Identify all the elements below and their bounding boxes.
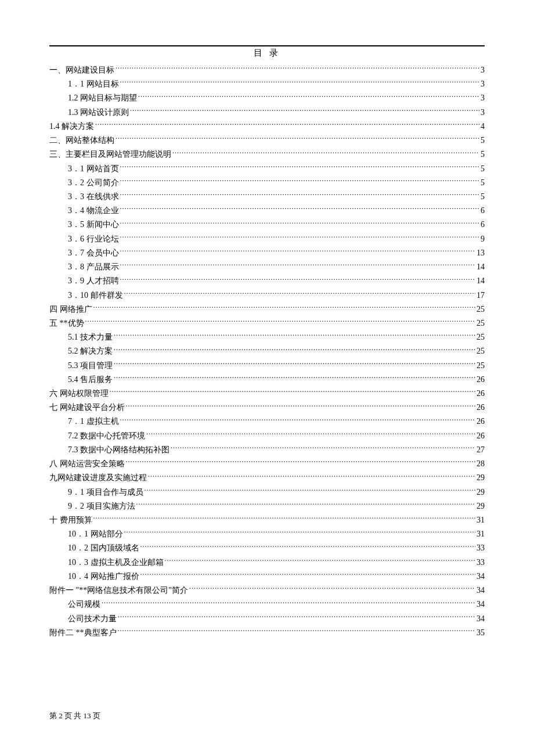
toc-leader-dots xyxy=(120,163,480,171)
toc-entry-page: 25 xyxy=(477,330,485,344)
toc-entry-page: 4 xyxy=(481,120,485,134)
toc-entry: 1.2 网站目标与期望3 xyxy=(49,91,485,105)
toc-entry-page: 34 xyxy=(477,612,485,626)
toc-entry-label: 3．8 产品展示 xyxy=(68,260,119,274)
toc-entry-label: 3．6 行业论坛 xyxy=(68,232,119,246)
toc-leader-dots xyxy=(165,557,476,565)
toc-entry-label: 公司技术力量 xyxy=(68,612,117,626)
toc-entry: 7.2 数据中心托管环境26 xyxy=(49,429,485,443)
toc-entry-label: 10．3 虚拟主机及企业邮箱 xyxy=(68,556,164,570)
toc-leader-dots xyxy=(138,92,479,100)
toc-entry-page: 13 xyxy=(477,246,485,260)
toc-leader-dots xyxy=(189,585,475,593)
toc-leader-dots xyxy=(120,233,480,242)
toc-entry-label: 5.2 解决方案 xyxy=(68,344,113,358)
top-border xyxy=(49,45,485,46)
toc-entry-label: 5.4 售后服务 xyxy=(68,373,113,387)
toc-entry: 10．2 国内顶级域名33 xyxy=(49,541,485,555)
toc-entry-label: 六 网站权限管理 xyxy=(49,387,109,401)
toc-leader-dots xyxy=(146,430,475,438)
toc-leader-dots xyxy=(171,444,475,452)
toc-entry-page: 25 xyxy=(477,303,485,316)
toc-entry: 附件二 **典型客户35 xyxy=(49,626,485,640)
toc-leader-dots xyxy=(148,472,475,480)
toc-entry-page: 34 xyxy=(477,584,485,597)
toc-entry: 3．6 行业论坛9 xyxy=(49,232,485,246)
toc-entry-label: 5.3 项目管理 xyxy=(68,359,113,373)
page-footer: 第 2 页 共 13 页 xyxy=(49,711,100,721)
toc-entry-label: 9．1 项目合作与成员 xyxy=(68,485,143,499)
toc-entry-page: 25 xyxy=(477,316,485,330)
toc-leader-dots xyxy=(120,78,480,87)
toc-entry: 5.3 项目管理25 xyxy=(49,359,485,373)
toc-entry-label: 九网站建设进度及实施过程 xyxy=(49,471,147,485)
toc-entry-label: 附件一 "**网络信息技术有限公司"简介 xyxy=(49,584,188,597)
toc-entry: 9．2 项目实施方法29 xyxy=(49,499,485,513)
toc-entry-page: 3 xyxy=(481,106,485,120)
toc-entry-page: 25 xyxy=(477,344,485,358)
toc-entry: 3．10 邮件群发17 xyxy=(49,289,485,303)
toc-entry-page: 6 xyxy=(481,204,485,218)
toc-entry-label: 3．9 人才招聘 xyxy=(68,274,119,288)
toc-entry: 三、主要栏目及网站管理功能说明5 xyxy=(49,147,485,161)
toc-entry: 1.4 解决方案4 xyxy=(49,120,485,134)
toc-entry-page: 17 xyxy=(477,289,485,303)
toc-entry-label: 1．1 网站目标 xyxy=(68,77,119,91)
toc-leader-dots xyxy=(120,177,480,185)
toc-entry-page: 26 xyxy=(477,373,485,387)
toc-container: 一、网站建设目标31．1 网站目标31.2 网站目标与期望31.3 网站设计原则… xyxy=(49,63,485,640)
toc-entry: 7.3 数据中心网络结构拓补图27 xyxy=(49,443,485,457)
toc-entry: 9．1 项目合作与成员29 xyxy=(49,485,485,499)
toc-entry-label: 5.1 技术力量 xyxy=(68,330,113,344)
toc-entry-page: 26 xyxy=(477,429,485,443)
toc-entry-label: 3．1 网站首页 xyxy=(68,162,119,176)
toc-entry: 10．1 网站部分31 xyxy=(49,527,485,541)
toc-entry-label: 10．1 网站部分 xyxy=(68,527,123,541)
toc-leader-dots xyxy=(118,627,476,635)
toc-entry: 九网站建设进度及实施过程29 xyxy=(49,471,485,485)
toc-entry-page: 5 xyxy=(481,162,485,176)
toc-entry-page: 14 xyxy=(477,274,485,288)
toc-entry-page: 3 xyxy=(481,77,485,91)
toc-entry: 3．5 新闻中心6 xyxy=(49,218,485,232)
toc-entry-label: 1.4 解决方案 xyxy=(49,120,94,134)
toc-entry-page: 6 xyxy=(481,218,485,232)
toc-title: 目 录 xyxy=(49,48,485,59)
toc-entry-page: 3 xyxy=(481,63,485,77)
toc-entry-page: 34 xyxy=(477,597,485,611)
toc-entry: 公司规模34 xyxy=(49,597,485,611)
toc-entry-page: 26 xyxy=(477,401,485,415)
toc-leader-dots xyxy=(136,501,476,509)
toc-entry-label: 五 **优势 xyxy=(49,316,84,330)
toc-entry: 1．1 网站目标3 xyxy=(49,77,485,91)
toc-entry-label: 附件二 **典型客户 xyxy=(49,626,117,640)
toc-entry: 5.2 解决方案25 xyxy=(49,344,485,358)
toc-entry-label: 3．2 公司简介 xyxy=(68,176,119,190)
toc-entry: 3．2 公司简介5 xyxy=(49,176,485,190)
toc-entry: 3．3 在线供求5 xyxy=(49,190,485,204)
toc-leader-dots xyxy=(120,275,476,283)
toc-leader-dots xyxy=(126,402,476,410)
toc-entry-page: 33 xyxy=(477,556,485,570)
toc-entry-page: 5 xyxy=(481,147,485,161)
toc-entry: 10．3 虚拟主机及企业邮箱33 xyxy=(49,556,485,570)
toc-entry: 7．1 虚拟主机26 xyxy=(49,415,485,429)
toc-entry: 附件一 "**网络信息技术有限公司"简介34 xyxy=(49,584,485,597)
toc-entry-page: 35 xyxy=(477,626,485,640)
toc-leader-dots xyxy=(85,318,476,326)
toc-entry: 十 费用预算31 xyxy=(49,513,485,527)
toc-entry-page: 5 xyxy=(481,134,485,147)
toc-leader-dots xyxy=(120,219,480,227)
toc-entry: 二、网站整体结构5 xyxy=(49,134,485,147)
toc-entry-label: 一、网站建设目标 xyxy=(49,63,114,77)
toc-entry-label: 1.2 网站目标与期望 xyxy=(68,91,137,105)
toc-entry-label: 十 费用预算 xyxy=(49,513,92,527)
toc-entry-page: 5 xyxy=(481,176,485,190)
toc-leader-dots xyxy=(114,360,475,368)
toc-entry-label: 7．1 虚拟主机 xyxy=(68,415,119,429)
toc-entry-label: 3．3 在线供求 xyxy=(68,190,119,204)
toc-entry: 3．8 产品展示14 xyxy=(49,260,485,274)
toc-entry-label: 二、网站整体结构 xyxy=(49,134,114,147)
toc-entry-page: 31 xyxy=(477,513,485,527)
toc-entry-label: 3．4 物流企业 xyxy=(68,204,119,218)
